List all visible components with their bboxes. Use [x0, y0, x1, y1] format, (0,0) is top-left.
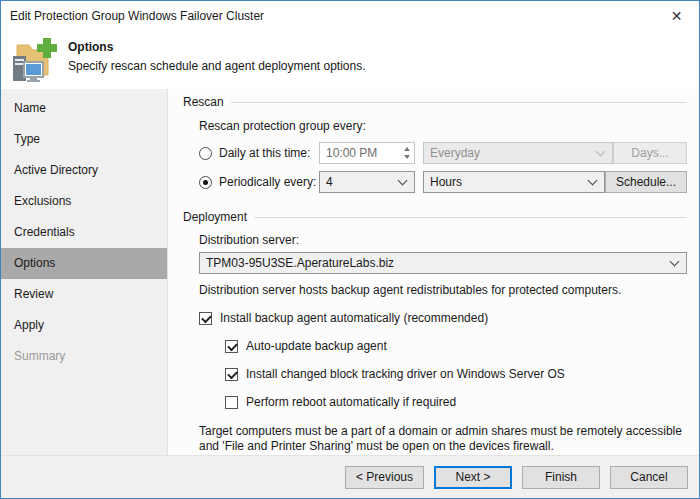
- next-button[interactable]: Next >: [434, 466, 512, 489]
- window-title: Edit Protection Group Windows Failover C…: [10, 9, 654, 23]
- deployment-group-label: Deployment: [183, 210, 247, 224]
- daily-time-value: 10:00 PM: [320, 146, 399, 160]
- interval-value: 4: [326, 175, 333, 189]
- wizard-footer: < Previous Next > Finish Cancel: [1, 455, 699, 498]
- rescan-group-label: Rescan: [183, 95, 224, 109]
- days-button: Days...: [613, 142, 687, 164]
- page-subtitle: Specify rescan schedule and agent deploy…: [68, 59, 366, 73]
- daily-radio-label: Daily at this time:: [219, 146, 310, 160]
- distribution-server-note: Distribution server hosts backup agent r…: [199, 283, 687, 297]
- install-agent-checkbox[interactable]: [199, 312, 212, 325]
- spinner-up-icon: [404, 147, 410, 151]
- cbt-driver-checkbox-row[interactable]: Install changed block tracking driver on…: [225, 367, 687, 381]
- wizard-banner: Options Specify rescan schedule and agen…: [1, 30, 699, 89]
- chevron-down-icon: [596, 146, 606, 156]
- nav-item-exclusions[interactable]: Exclusions: [1, 186, 167, 217]
- reboot-label: Perform reboot automatically if required: [246, 395, 456, 409]
- time-spinner: [399, 143, 414, 163]
- wizard-nav: Name Type Active Directory Exclusions Cr…: [1, 89, 168, 455]
- cancel-button[interactable]: Cancel: [610, 466, 688, 489]
- auto-update-checkbox[interactable]: [225, 340, 238, 353]
- close-icon[interactable]: ✕: [654, 1, 699, 30]
- chevron-down-icon: [670, 256, 680, 266]
- nav-item-active-directory[interactable]: Active Directory: [1, 155, 167, 186]
- daily-days-value: Everyday: [430, 146, 480, 160]
- nav-item-options[interactable]: Options: [1, 248, 167, 279]
- schedule-button[interactable]: Schedule...: [605, 171, 687, 193]
- reboot-checkbox[interactable]: [225, 396, 238, 409]
- unit-value: Hours: [430, 175, 462, 189]
- chevron-down-icon: [398, 175, 408, 185]
- nav-item-credentials[interactable]: Credentials: [1, 217, 167, 248]
- finish-button[interactable]: Finish: [522, 466, 600, 489]
- nav-item-summary: Summary: [1, 341, 167, 372]
- interval-select[interactable]: 4: [319, 171, 415, 193]
- install-agent-checkbox-row[interactable]: Install backup agent automatically (reco…: [199, 311, 687, 325]
- nav-item-name[interactable]: Name: [1, 93, 167, 124]
- daily-radio-icon[interactable]: [199, 147, 212, 160]
- cbt-driver-checkbox[interactable]: [225, 368, 238, 381]
- auto-update-label: Auto-update backup agent: [246, 339, 387, 353]
- spinner-down-icon: [404, 155, 410, 159]
- protection-group-icon: [10, 35, 58, 83]
- chevron-down-icon: [588, 175, 598, 185]
- daily-time-input: 10:00 PM: [319, 142, 415, 164]
- cbt-driver-label: Install changed block tracking driver on…: [246, 367, 565, 381]
- periodic-radio-icon[interactable]: [199, 176, 212, 189]
- dialog-window: Edit Protection Group Windows Failover C…: [0, 0, 700, 499]
- periodic-radio-option[interactable]: Periodically every:: [199, 175, 319, 189]
- distribution-server-select[interactable]: TPM03-95U3SE.AperatureLabs.biz: [199, 252, 687, 274]
- deployment-group-header: Deployment: [183, 210, 687, 224]
- options-page: Rescan Rescan protection group every: Da…: [168, 89, 699, 455]
- periodic-radio-label: Periodically every:: [219, 175, 316, 189]
- rescan-group-header: Rescan: [183, 95, 687, 109]
- nav-item-review[interactable]: Review: [1, 279, 167, 310]
- unit-select[interactable]: Hours: [423, 171, 605, 193]
- nav-item-type[interactable]: Type: [1, 124, 167, 155]
- distribution-server-label: Distribution server:: [199, 233, 687, 247]
- title-bar: Edit Protection Group Windows Failover C…: [1, 1, 699, 30]
- rescan-group-rule: [231, 102, 687, 103]
- distribution-server-value: TPM03-95U3SE.AperatureLabs.biz: [206, 256, 394, 270]
- reboot-checkbox-row[interactable]: Perform reboot automatically if required: [225, 395, 687, 409]
- install-agent-label: Install backup agent automatically (reco…: [220, 311, 488, 325]
- page-title: Options: [68, 40, 366, 54]
- rescan-heading: Rescan protection group every:: [199, 119, 687, 133]
- nav-item-apply[interactable]: Apply: [1, 310, 167, 341]
- deployment-group-rule: [254, 217, 687, 218]
- daily-radio-option[interactable]: Daily at this time:: [199, 146, 319, 160]
- deployment-footnote: Target computers must be a part of a dom…: [199, 424, 699, 454]
- previous-button[interactable]: < Previous: [345, 466, 424, 489]
- daily-days-select: Everyday: [423, 142, 613, 164]
- auto-update-checkbox-row[interactable]: Auto-update backup agent: [225, 339, 687, 353]
